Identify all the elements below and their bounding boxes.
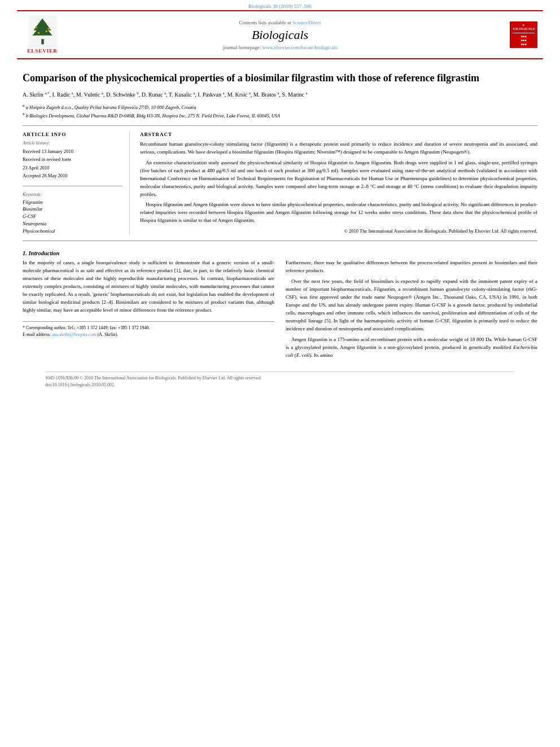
history-label: Article history: bbox=[23, 141, 123, 146]
info-abstract-columns: ARTICLE INFO Article history: Received 1… bbox=[23, 132, 537, 235]
intro-number: 1. bbox=[23, 250, 27, 256]
abstract-para-1: Recombinant human granulocyte-colony sti… bbox=[140, 141, 537, 156]
intro-left-para-1: In the majority of cases, a single bioeq… bbox=[23, 259, 274, 314]
section-divider-top bbox=[23, 125, 537, 126]
abstract-text: Recombinant human granulocyte-colony sti… bbox=[140, 141, 537, 235]
abstract-heading: ABSTRACT bbox=[140, 132, 537, 137]
article-title: Comparison of the physicochemical proper… bbox=[23, 72, 537, 85]
intro-heading: 1. Introduction bbox=[23, 250, 537, 256]
abstract-col: ABSTRACT Recombinant human granulocyte-c… bbox=[140, 132, 537, 235]
affil-b: b b Biologics Development, Global Pharma… bbox=[23, 111, 537, 120]
journal-ref-text: Biologicals 38 (2010) 557–566 bbox=[248, 3, 312, 9]
copyright-line: © 2010 The International Association for… bbox=[140, 228, 537, 235]
keyword-neutropenia: Neutropenia bbox=[23, 220, 123, 228]
intro-two-col: In the majority of cases, a single bioeq… bbox=[23, 259, 537, 362]
intro-right-para-1: Furthermore, there may be qualitative di… bbox=[286, 259, 537, 275]
journal-homepage: journal homepage: www.elsevier.com/locat… bbox=[62, 45, 498, 50]
authors-line: A. Skrlin a,*, I. Radic a, M. Vuletic a,… bbox=[23, 90, 537, 99]
affil-a: a a Hospira Zagreb d.o.o., Quality Prila… bbox=[23, 103, 537, 111]
footnote-email-address[interactable]: ana.akrlin@hospira.com bbox=[52, 332, 96, 337]
science-direct-prefix: Contents lists available at bbox=[239, 20, 291, 25]
biologicals-logo: B IOLOGICALS ■■■ ■■■ ■■■ bbox=[498, 21, 537, 47]
homepage-prefix: journal homepage: bbox=[223, 45, 262, 50]
article-history: Article history: Received 13 January 201… bbox=[23, 141, 123, 180]
intro-right-para-2: Over the next few years, the field of bi… bbox=[286, 278, 537, 333]
footer-doi: doi:10.1016/j.biologicals.2010.05.002 bbox=[45, 382, 515, 388]
footer-bar: 1045-1056/$36.00 © 2010 The Internationa… bbox=[45, 372, 515, 388]
svg-point-5 bbox=[47, 28, 50, 30]
intro-right-text: Furthermore, there may be qualitative di… bbox=[286, 259, 537, 359]
svg-rect-1 bbox=[41, 39, 44, 44]
keyword-gcsf: G-CSF bbox=[23, 213, 123, 220]
keyword-physicochemical: Physicochemical bbox=[23, 228, 123, 235]
abstract-para-3: Hospira filgrastim and Amgen filgrastim … bbox=[140, 201, 537, 225]
footer-issn: 1045-1056/$36.00 © 2010 The Internationa… bbox=[45, 375, 515, 382]
article-content: Comparison of the physicochemical proper… bbox=[0, 59, 560, 400]
intro-right-para-3: Amgen filgrastim is a 175-amino acid rec… bbox=[286, 336, 537, 360]
journal-header: ELSEVIER Contents lists available at Sci… bbox=[17, 10, 543, 59]
keyword-biosimilar: Biosimilar bbox=[23, 206, 123, 213]
elsevier-tree-icon bbox=[27, 16, 58, 47]
journal-ref-bar: Biologicals 38 (2010) 557–566 bbox=[0, 0, 560, 10]
article-info-col: ARTICLE INFO Article history: Received 1… bbox=[23, 132, 130, 235]
svg-point-4 bbox=[35, 26, 37, 28]
intro-title: Introduction bbox=[29, 250, 60, 256]
footnote-area: * Corresponding author. Tel.: +385 1 372… bbox=[23, 321, 274, 338]
page-wrapper: Biologicals 38 (2010) 557–566 ELSEVIER bbox=[0, 0, 560, 747]
svg-point-6 bbox=[37, 32, 40, 34]
intro-left-col: In the majority of cases, a single bioeq… bbox=[23, 259, 274, 362]
intro-right-col: Furthermore, there may be qualitative di… bbox=[286, 259, 537, 362]
article-info-heading: ARTICLE INFO bbox=[23, 132, 123, 137]
svg-point-7 bbox=[45, 30, 47, 33]
elsevier-logo: ELSEVIER bbox=[23, 16, 62, 54]
footnote-corresponding: * Corresponding author. Tel.: +385 1 372… bbox=[23, 325, 274, 331]
journal-title: Biologicals bbox=[62, 28, 498, 42]
keywords-label: Keywords: bbox=[23, 192, 123, 197]
date-received: Received 13 January 2010 Received in rev… bbox=[23, 147, 123, 180]
intro-left-text: In the majority of cases, a single bioeq… bbox=[23, 259, 274, 314]
biologicals-box: B IOLOGICALS ■■■ ■■■ ■■■ bbox=[510, 21, 537, 47]
homepage-link[interactable]: www.elsevier.com/locate/biologicals bbox=[262, 45, 337, 50]
keywords-section: Keywords: Filgrastim Biosimilar G-CSF Ne… bbox=[23, 192, 123, 235]
elsevier-label-text: ELSEVIER bbox=[27, 48, 58, 54]
footnote-email: E-mail address: ana.akrlin@hospira.com (… bbox=[23, 331, 274, 338]
journal-center-info: Contents lists available at ScienceDirec… bbox=[62, 20, 498, 50]
info-divider bbox=[23, 186, 123, 186]
science-direct-link[interactable]: ScienceDirect bbox=[292, 20, 321, 25]
section-divider-body bbox=[23, 241, 537, 241]
affiliations: a a Hospira Zagreb d.o.o., Quality Prila… bbox=[23, 103, 537, 120]
keyword-filgrastim: Filgrastim bbox=[23, 199, 123, 206]
abstract-para-2: An extensive characterization study asse… bbox=[140, 159, 537, 199]
science-direct-line: Contents lists available at ScienceDirec… bbox=[62, 20, 498, 25]
introduction-section: 1. Introduction In the majority of cases… bbox=[23, 250, 537, 362]
